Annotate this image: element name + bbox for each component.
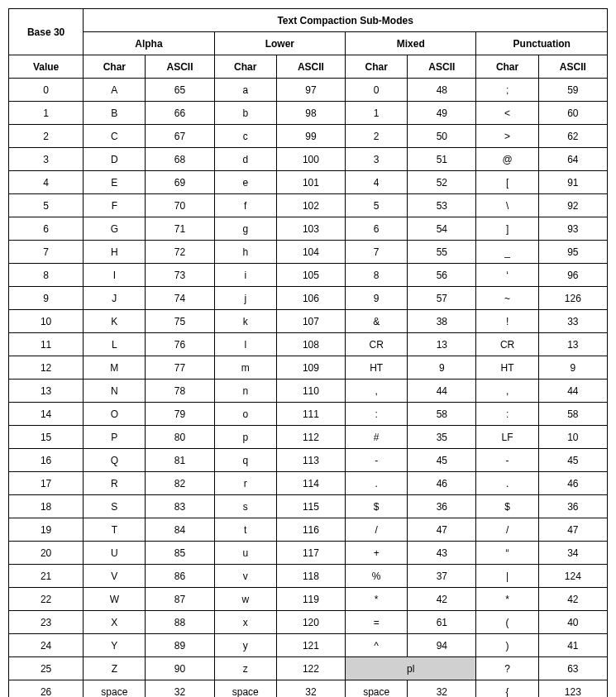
cell-lower-char: v <box>214 565 276 588</box>
cell-lower-ascii: 121 <box>276 634 345 657</box>
cell-punct-ascii: 96 <box>538 264 607 287</box>
table-row: 1B66b98149<60 <box>9 102 608 125</box>
cell-alpha-char: S <box>84 495 146 518</box>
cell-mixed-ascii: 56 <box>408 264 476 287</box>
table-row: 6G71g103654]93 <box>9 217 608 241</box>
cell-lower-char: y <box>214 634 276 657</box>
cell-value: 23 <box>9 611 84 634</box>
cell-punct-char: | <box>476 565 538 588</box>
cell-lower-ascii: 122 <box>276 657 345 680</box>
cell-lower-char: u <box>214 542 276 565</box>
table-row: 9J74j106957~126 <box>9 287 608 310</box>
cell-alpha-char: G <box>84 217 146 241</box>
table-row: 5F70f102553\92 <box>9 194 608 217</box>
cell-punct-ascii: 63 <box>538 657 607 680</box>
cell-mixed-ascii: 13 <box>408 333 476 356</box>
cell-mixed-ascii: 50 <box>408 125 476 148</box>
cell-alpha-ascii: 68 <box>146 148 214 171</box>
cell-punct-ascii: 44 <box>538 380 607 403</box>
cell-mixed-char: # <box>346 426 408 449</box>
cell-punct-ascii: 92 <box>538 194 607 217</box>
cell-lower-ascii: 103 <box>276 217 345 241</box>
cell-value: 5 <box>9 194 84 217</box>
cell-punct-ascii: 58 <box>538 403 607 426</box>
cell-alpha-char: N <box>84 380 146 403</box>
cell-punct-ascii: 40 <box>538 611 607 634</box>
cell-alpha-ascii: 81 <box>146 449 214 472</box>
cell-lower-char: b <box>214 102 276 125</box>
cell-value: 7 <box>9 241 84 264</box>
cell-value: 18 <box>9 495 84 518</box>
cell-punct-char: - <box>476 449 538 472</box>
table-row: 7H72h104755_95 <box>9 241 608 264</box>
cell-lower-ascii: 108 <box>276 333 345 356</box>
cell-alpha-ascii: 88 <box>146 611 214 634</box>
cell-alpha-ascii: 76 <box>146 333 214 356</box>
cell-mixed-ascii: 49 <box>408 102 476 125</box>
cell-alpha-ascii: 79 <box>146 403 214 426</box>
table-row: 21V86v118%37|124 <box>9 565 608 588</box>
table-row: 2C67c99250>62 <box>9 125 608 148</box>
cell-value: 16 <box>9 449 84 472</box>
cell-value: 17 <box>9 472 84 495</box>
cell-alpha-char: D <box>84 148 146 171</box>
header-punct-ascii: ASCII <box>538 55 607 79</box>
table-row: 4E69e101452[91 <box>9 171 608 194</box>
table-row: 23X88x120=61(40 <box>9 611 608 634</box>
cell-alpha-char: B <box>84 102 146 125</box>
cell-lower-char: i <box>214 264 276 287</box>
header-punct-char: Char <box>476 55 538 79</box>
cell-value: 22 <box>9 588 84 611</box>
cell-mixed-char: HT <box>346 356 408 380</box>
cell-alpha-char: E <box>84 171 146 194</box>
cell-punct-ascii: 60 <box>538 102 607 125</box>
cell-lower-char: p <box>214 426 276 449</box>
cell-mixed-ascii: 47 <box>408 518 476 542</box>
table-body: 0A65a97048;591B66b98149<602C67c99250>623… <box>9 79 608 698</box>
cell-alpha-char: K <box>84 310 146 333</box>
cell-mixed-ascii: 37 <box>408 565 476 588</box>
cell-mixed-char: 5 <box>346 194 408 217</box>
cell-value: 10 <box>9 310 84 333</box>
cell-lower-ascii: 97 <box>276 79 345 102</box>
cell-alpha-ascii: 83 <box>146 495 214 518</box>
cell-mixed-char: 6 <box>346 217 408 241</box>
cell-mixed-ascii: 48 <box>408 79 476 102</box>
cell-punct-char: { <box>476 680 538 698</box>
cell-alpha-char: Y <box>84 634 146 657</box>
cell-lower-ascii: 116 <box>276 518 345 542</box>
cell-lower-ascii: 110 <box>276 380 345 403</box>
header-mixed-ascii: ASCII <box>408 55 476 79</box>
cell-punct-ascii: 10 <box>538 426 607 449</box>
cell-punct-char: LF <box>476 426 538 449</box>
cell-mixed-ascii: 57 <box>408 287 476 310</box>
table-row: 25Z90z122pl?63 <box>9 657 608 680</box>
cell-value: 2 <box>9 125 84 148</box>
cell-value: 25 <box>9 657 84 680</box>
cell-alpha-char: U <box>84 542 146 565</box>
cell-alpha-ascii: 77 <box>146 356 214 380</box>
cell-mixed-char: 7 <box>346 241 408 264</box>
cell-punct-ascii: 41 <box>538 634 607 657</box>
cell-value: 13 <box>9 380 84 403</box>
cell-lower-char: o <box>214 403 276 426</box>
cell-mixed-char: CR <box>346 333 408 356</box>
cell-punct-char: @ <box>476 148 538 171</box>
cell-mixed-char: 0 <box>346 79 408 102</box>
cell-lower-char: q <box>214 449 276 472</box>
cell-punct-char: , <box>476 380 538 403</box>
cell-mixed-char: + <box>346 542 408 565</box>
cell-punct-ascii: 59 <box>538 79 607 102</box>
cell-lower-ascii: 102 <box>276 194 345 217</box>
cell-mixed-char: 1 <box>346 102 408 125</box>
cell-punct-char: ] <box>476 217 538 241</box>
cell-mixed-char: / <box>346 518 408 542</box>
cell-mixed-ascii: 32 <box>408 680 476 698</box>
cell-punct-char: < <box>476 102 538 125</box>
cell-mixed-ascii: 44 <box>408 380 476 403</box>
cell-punct-char: > <box>476 125 538 148</box>
cell-lower-char: r <box>214 472 276 495</box>
cell-punct-char: $ <box>476 495 538 518</box>
header-title: Text Compaction Sub-Modes <box>84 9 608 32</box>
cell-punct-ascii: 13 <box>538 333 607 356</box>
